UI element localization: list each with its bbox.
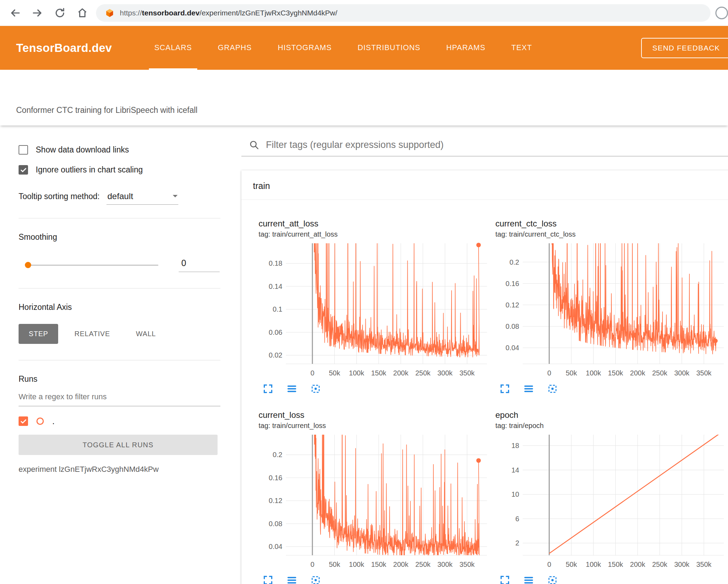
svg-text:250k: 250k	[415, 369, 431, 377]
runs-filter-input[interactable]	[19, 390, 220, 406]
run-name: .	[52, 416, 55, 426]
fullscreen-icon[interactable]	[263, 383, 273, 394]
chart-tag: tag: train/current_ctc_loss	[495, 230, 727, 238]
checkmark-icon	[20, 417, 27, 425]
svg-text:50k: 50k	[566, 561, 577, 568]
address-bar[interactable]: https://tensorboard.dev/experiment/lzGnE…	[96, 4, 710, 22]
axis-step-button[interactable]: STEP	[19, 324, 58, 344]
fit-domain-icon[interactable]	[310, 383, 321, 394]
svg-text:0: 0	[547, 369, 551, 377]
chart-plot-current_att_loss[interactable]: 0.020.060.10.140.18050k100k150k200k250k3…	[259, 241, 490, 380]
runs-filter	[19, 390, 220, 406]
tab-graphs[interactable]: GRAPHS	[205, 26, 265, 70]
back-icon[interactable]	[9, 7, 21, 19]
svg-text:0.02: 0.02	[269, 351, 282, 359]
smoothing-slider[interactable]	[26, 265, 158, 266]
svg-text:0: 0	[310, 369, 314, 377]
section-header-train[interactable]: train	[241, 170, 728, 200]
show-download-row: Show data download links	[19, 145, 220, 155]
train-section-card: train current_att_losstag: train/current…	[241, 170, 728, 584]
content: Show data download links Ignore outliers…	[0, 125, 728, 584]
send-feedback-button[interactable]: SEND FEEDBACK	[641, 38, 728, 58]
svg-text:300k: 300k	[674, 561, 690, 568]
svg-text:350k: 350k	[696, 561, 712, 568]
chart-card-current_att_loss: current_att_losstag: train/current_att_l…	[259, 219, 490, 394]
svg-text:0: 0	[310, 561, 314, 568]
tag-filter-row	[241, 140, 728, 156]
fullscreen-icon[interactable]	[263, 575, 273, 584]
fullscreen-icon[interactable]	[500, 383, 510, 394]
axis-relative-button[interactable]: RELATIVE	[64, 324, 120, 344]
ignore-outliers-checkbox[interactable]	[19, 165, 28, 175]
tooltip-sorting-select[interactable]: default	[107, 191, 178, 205]
chart-title: current_ctc_loss	[495, 219, 727, 229]
svg-text:50k: 50k	[566, 369, 577, 377]
svg-text:200k: 200k	[393, 561, 408, 568]
svg-text:0.16: 0.16	[269, 474, 282, 482]
svg-text:100k: 100k	[349, 561, 364, 568]
fit-domain-icon[interactable]	[547, 383, 558, 394]
toggle-all-runs-button[interactable]: TOGGLE ALL RUNS	[19, 435, 218, 455]
svg-text:50k: 50k	[329, 369, 341, 377]
ignore-outliers-row: Ignore outliers in chart scaling	[19, 165, 220, 175]
show-download-checkbox[interactable]	[19, 145, 28, 155]
svg-text:0.16: 0.16	[506, 280, 519, 287]
chart-toolbar	[495, 575, 727, 584]
svg-text:200k: 200k	[393, 369, 408, 377]
svg-text:0.06: 0.06	[269, 328, 282, 336]
tab-hparams[interactable]: HPARAMS	[433, 26, 499, 70]
chart-plot-current_ctc_loss[interactable]: 0.040.080.120.160.2050k100k150k200k250k3…	[495, 241, 727, 380]
run-lines-icon[interactable]	[287, 383, 297, 394]
experiment-title: Conformer CTC training for LibriSpeech w…	[16, 106, 198, 115]
smoothing-slider-thumb[interactable]	[25, 262, 31, 268]
divider	[19, 218, 220, 218]
url-text: https://tensorboard.dev/experiment/lzGnE…	[120, 9, 337, 17]
run-lines-icon[interactable]	[523, 383, 534, 394]
chart-plot-epoch[interactable]: 26101418050k100k150k200k250k300k350k	[495, 433, 727, 571]
svg-text:200k: 200k	[630, 369, 645, 377]
run-row: .	[19, 416, 220, 426]
profile-avatar[interactable]	[715, 7, 728, 19]
run-lines-icon[interactable]	[287, 575, 297, 584]
axis-wall-button[interactable]: WALL	[126, 324, 166, 344]
browser-nav-buttons	[9, 7, 88, 19]
chevron-down-icon	[173, 195, 178, 200]
chart-tag: tag: train/current_att_loss	[259, 230, 490, 238]
svg-text:0.12: 0.12	[269, 497, 282, 504]
forward-icon[interactable]	[32, 7, 43, 19]
experiment-id-label: experiment lzGnETjwRxC3yghNMd4kPw	[19, 465, 220, 474]
fit-domain-icon[interactable]	[547, 575, 558, 584]
run-color-swatch-icon	[36, 417, 44, 425]
svg-text:150k: 150k	[371, 561, 386, 568]
svg-text:0.1: 0.1	[273, 305, 282, 313]
chart-toolbar	[259, 383, 490, 394]
tab-text[interactable]: TEXT	[499, 26, 545, 70]
divider	[19, 360, 220, 360]
svg-text:300k: 300k	[674, 369, 690, 377]
fit-domain-icon[interactable]	[310, 575, 321, 584]
reload-icon[interactable]	[54, 7, 66, 19]
run-checkbox[interactable]	[19, 416, 28, 426]
divider	[19, 288, 220, 288]
tab-scalars[interactable]: SCALARS	[141, 26, 205, 70]
tab-histograms[interactable]: HISTOGRAMS	[265, 26, 345, 70]
search-icon	[249, 140, 260, 150]
chart-plot-current_loss[interactable]: 0.040.080.120.160.2050k100k150k200k250k3…	[259, 433, 490, 571]
runs-label: Runs	[19, 374, 220, 384]
smoothing-label: Smoothing	[19, 232, 220, 242]
svg-text:250k: 250k	[652, 369, 667, 377]
tag-filter-input[interactable]	[266, 140, 728, 150]
svg-text:200k: 200k	[630, 561, 645, 568]
svg-text:10: 10	[511, 490, 519, 498]
svg-text:14: 14	[511, 466, 519, 474]
home-icon[interactable]	[76, 7, 88, 19]
tab-distributions[interactable]: DISTRIBUTIONS	[345, 26, 433, 70]
fullscreen-icon[interactable]	[500, 575, 510, 584]
show-download-label: Show data download links	[36, 145, 129, 155]
url-scheme: https://	[120, 9, 142, 17]
tooltip-sorting-value: default	[107, 191, 133, 201]
smoothing-slider-row: 0	[19, 258, 220, 272]
run-lines-icon[interactable]	[523, 575, 534, 584]
svg-text:0.2: 0.2	[273, 451, 282, 459]
smoothing-value-input[interactable]: 0	[179, 258, 220, 272]
